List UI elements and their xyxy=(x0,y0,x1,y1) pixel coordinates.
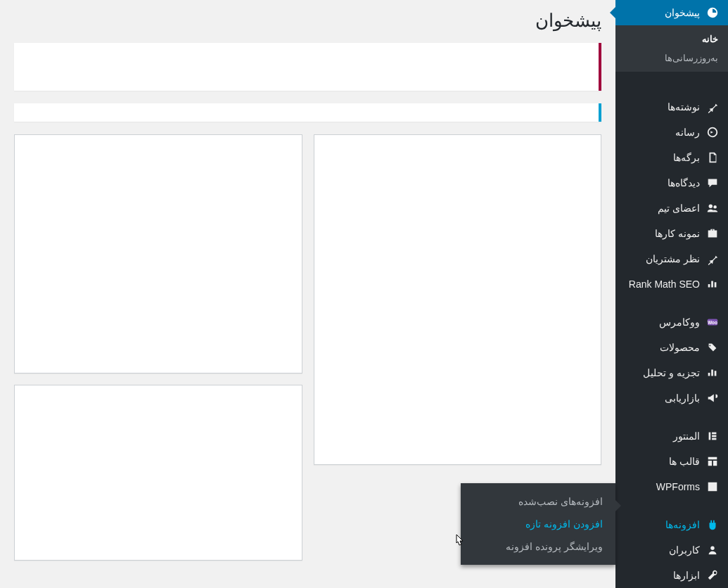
menu-testimonials-label: نظر مشتریان xyxy=(621,253,700,264)
menu-dashboard-label: پیشخوان xyxy=(621,7,700,18)
menu-tools-label: ابزارها xyxy=(621,570,700,581)
menu-media-label: رسانه xyxy=(621,127,700,138)
menu-marketing-label: بازاریابی xyxy=(621,392,700,404)
user-icon xyxy=(705,543,720,557)
menu-woocommerce-label: ووکامرس xyxy=(621,317,700,328)
flyout-installed-plugins[interactable]: افزونه‌های نصب‌شده xyxy=(461,490,615,513)
megaphone-icon xyxy=(705,391,720,405)
pin-icon xyxy=(705,100,720,114)
menu-elementor-label: المنتور xyxy=(621,430,700,442)
menu-templates-label: قالب ها xyxy=(621,456,700,467)
menu-comments[interactable]: دیدگاه‌ها xyxy=(615,170,728,196)
menu-media[interactable]: رسانه xyxy=(615,120,728,145)
analytics-icon xyxy=(705,366,720,380)
menu-elementor[interactable]: المنتور xyxy=(615,423,728,449)
menu-analytics[interactable]: تجزیه و تحلیل xyxy=(615,360,728,385)
woo-icon: Woo xyxy=(705,315,720,329)
menu-portfolio[interactable]: نمونه کارها xyxy=(615,221,728,246)
dashboard-metabox xyxy=(314,134,602,465)
product-icon xyxy=(705,340,720,354)
page-title: پیشخوان xyxy=(14,7,601,34)
menu-posts[interactable]: نوشته‌ها xyxy=(615,94,728,120)
flyout-plugin-editor[interactable]: ویرایشگر پرونده افزونه xyxy=(461,535,615,558)
media-icon xyxy=(705,125,720,139)
form-icon xyxy=(705,480,720,494)
svg-rect-8 xyxy=(712,438,716,440)
comment-icon xyxy=(705,176,720,190)
elementor-icon xyxy=(705,429,720,443)
menu-wpforms-label: WPForms xyxy=(621,481,700,492)
menu-team-label: اعضای تیم xyxy=(621,203,700,214)
svg-rect-5 xyxy=(709,433,711,440)
dashboard-submenu: خانه به‌روزرسانی‌ها xyxy=(615,25,728,72)
widget-column-2 xyxy=(14,134,302,561)
menu-analytics-label: تجزیه و تحلیل xyxy=(621,367,700,378)
users-icon xyxy=(705,201,720,215)
svg-rect-7 xyxy=(712,435,716,437)
svg-rect-6 xyxy=(712,433,716,435)
menu-plugins-label: افزونه‌ها xyxy=(621,519,700,530)
menu-team[interactable]: اعضای تیم xyxy=(615,196,728,221)
menu-rankmath-label: Rank Math SEO xyxy=(621,279,700,290)
menu-users-label: کاربران xyxy=(621,544,700,556)
menu-comments-label: دیدگاه‌ها xyxy=(621,177,700,188)
menu-portfolio-label: نمونه کارها xyxy=(621,228,700,239)
menu-products-label: محصولات xyxy=(621,342,700,353)
pin-icon xyxy=(705,252,720,266)
svg-text:Woo: Woo xyxy=(708,320,717,325)
plugin-icon xyxy=(705,518,720,532)
menu-posts-label: نوشته‌ها xyxy=(621,101,700,113)
menu-wpforms[interactable]: WPForms xyxy=(615,474,728,499)
admin-sidebar: پیشخوان خانه به‌روزرسانی‌ها نوشته‌ها رسا… xyxy=(615,0,728,588)
dashboard-icon xyxy=(705,6,720,20)
menu-products[interactable]: محصولات xyxy=(615,335,728,360)
flyout-add-new-plugin[interactable]: افزودن افزونه تازه xyxy=(461,513,615,535)
menu-users[interactable]: کاربران xyxy=(615,537,728,563)
chart-icon xyxy=(705,277,720,291)
menu-marketing[interactable]: بازاریابی xyxy=(615,385,728,411)
svg-point-1 xyxy=(709,205,713,208)
wrench-icon xyxy=(705,568,720,582)
menu-templates[interactable]: قالب ها xyxy=(615,449,728,474)
submenu-home[interactable]: خانه xyxy=(615,30,728,49)
svg-point-9 xyxy=(710,547,714,550)
menu-tools[interactable]: ابزارها xyxy=(615,563,728,588)
dashboard-metabox xyxy=(14,134,302,373)
template-icon xyxy=(705,454,720,468)
plugins-flyout: افزونه‌های نصب‌شده افزودن افزونه تازه وی… xyxy=(461,483,615,565)
admin-wrapper: پیشخوان خانه به‌روزرسانی‌ها نوشته‌ها رسا… xyxy=(0,0,728,588)
page-icon xyxy=(705,151,720,165)
menu-pages[interactable]: برگه‌ها xyxy=(615,145,728,170)
dashboard-metabox xyxy=(14,385,302,561)
admin-notice-info xyxy=(14,103,601,122)
menu-pages-label: برگه‌ها xyxy=(621,152,700,163)
menu-rankmath[interactable]: Rank Math SEO xyxy=(615,271,728,297)
menu-dashboard[interactable]: پیشخوان xyxy=(615,0,728,25)
svg-point-2 xyxy=(713,205,717,209)
menu-testimonials[interactable]: نظر مشتریان xyxy=(615,246,728,271)
menu-woocommerce[interactable]: Woo ووکامرس xyxy=(615,309,728,335)
admin-notice-warning xyxy=(14,43,601,91)
menu-plugins[interactable]: افزونه‌ها xyxy=(615,512,728,537)
submenu-updates[interactable]: به‌روزرسانی‌ها xyxy=(615,49,728,68)
briefcase-icon xyxy=(705,226,720,241)
